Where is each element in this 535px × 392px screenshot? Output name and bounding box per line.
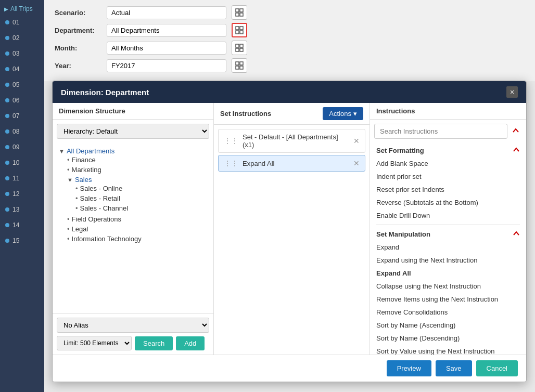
sidebar-dot (5, 161, 9, 165)
month-row: Month: All Months (55, 41, 525, 55)
sidebar-item-09[interactable]: 09 (0, 139, 44, 155)
set-manipulation-item-4[interactable]: Remove Items using the Next Instruction (376, 293, 520, 306)
sidebar-dot (5, 207, 9, 212)
cancel-button[interactable]: Cancel (476, 360, 518, 376)
set-formatting-items: Add Blank SpaceIndent prior setReset pri… (376, 157, 520, 222)
sidebar-item-13[interactable]: 13 (0, 202, 44, 217)
tree-root-all-departments[interactable]: ▼ All Departments (59, 147, 207, 155)
instruction-remove-1[interactable]: ✕ (353, 159, 360, 167)
set-formatting-item-4[interactable]: Enable Drill Down (376, 209, 520, 222)
set-manipulation-collapse-btn[interactable] (513, 230, 520, 239)
tree-leaf-sales-channel[interactable]: Sales - Channel (75, 203, 207, 213)
year-row: Year: FY2017 (55, 58, 525, 73)
sidebar-item-07[interactable]: 07 (0, 108, 44, 124)
tree-leaf-finance[interactable]: Finance (67, 155, 207, 165)
limit-select[interactable]: Limit: 500 Elements (57, 336, 132, 350)
sidebar-item-label: 10 (12, 159, 19, 166)
set-manipulation-item-1[interactable]: Expand using the Next Instruction (376, 254, 520, 267)
tree-leaf-legal[interactable]: Legal (67, 224, 207, 234)
search-button[interactable]: Search (135, 336, 173, 350)
scenario-select[interactable]: Actual (107, 6, 226, 19)
set-manipulation-item-3[interactable]: Collapse using the Next Instruction (376, 280, 520, 293)
department-row: Department: All Departments (55, 23, 525, 37)
instructions-panel: Instructions Set Formatting (370, 103, 526, 355)
sidebar-dot (5, 51, 9, 56)
svg-rect-0 (236, 9, 239, 12)
actions-dropdown-icon: ▾ (353, 110, 357, 117)
tree-sales-label[interactable]: ▼ Sales (67, 176, 207, 184)
sidebar-item-08[interactable]: 08 (0, 124, 44, 139)
search-instructions-input[interactable] (374, 124, 507, 139)
alias-select[interactable]: No Alias (57, 318, 209, 333)
sidebar-item-15[interactable]: 15 (0, 233, 44, 249)
actions-button[interactable]: Actions ▾ (323, 107, 363, 120)
sidebar-item-11[interactable]: 11 (0, 171, 44, 186)
instruction-item-1[interactable]: ⋮⋮ Expand All ✕ (218, 155, 365, 172)
tree-branch-sales: ▼ Sales Sales - Online Sales - Retail Sa… (67, 175, 207, 214)
sidebar-item-06[interactable]: 06 (0, 93, 44, 108)
sidebar-dot (5, 129, 9, 134)
save-button[interactable]: Save (436, 360, 472, 376)
sidebar-item-02[interactable]: 02 (0, 30, 44, 46)
sidebar-item-01[interactable]: 01 (0, 15, 44, 30)
set-manipulation-item-0[interactable]: Expand (376, 241, 520, 254)
sidebar-item-05[interactable]: 05 (0, 77, 44, 93)
tree-root-item: ▼ All Departments Finance Marketing ▼ Sa… (59, 146, 207, 245)
month-icon-btn[interactable] (232, 41, 247, 55)
search-clear-button[interactable] (509, 125, 522, 138)
sidebar-dot (5, 98, 9, 102)
modal-footer: Preview Save Cancel (53, 355, 526, 382)
scenario-row: Scenario: Actual (55, 5, 525, 20)
sidebar-header[interactable]: ▶ All Trips (0, 0, 44, 15)
sidebar-item-label: 05 (12, 81, 19, 88)
modal-header: Dimension: Department × (53, 81, 526, 103)
sidebar-arrow: ▶ (4, 6, 8, 12)
set-manipulation-item-5[interactable]: Remove Consolidations (376, 306, 520, 319)
department-select[interactable]: All Departments (107, 24, 226, 37)
svg-rect-7 (240, 31, 243, 34)
set-manipulation-item-6[interactable]: Sort by Name (Ascending) (376, 319, 520, 332)
svg-rect-6 (236, 31, 239, 34)
year-select[interactable]: FY2017 (107, 59, 226, 72)
preview-button[interactable]: Preview (387, 360, 431, 376)
set-manipulation-item-2[interactable]: Expand All (376, 267, 520, 280)
set-formatting-item-1[interactable]: Indent prior set (376, 170, 520, 183)
dimension-modal: Dimension: Department × Dimension Struct… (52, 81, 527, 382)
instruction-item-0[interactable]: ⋮⋮ Set - Default - [All Departments] (x1… (218, 129, 365, 153)
divider-1 (376, 224, 520, 225)
sales-label-text: Sales (75, 176, 92, 184)
add-button[interactable]: Add (176, 336, 205, 350)
month-select[interactable]: All Months (107, 42, 226, 55)
set-formatting-section-header: Set Formatting (376, 143, 520, 157)
sidebar-item-03[interactable]: 03 (0, 46, 44, 61)
sidebar-item-04[interactable]: 04 (0, 61, 44, 77)
sidebar-item-10[interactable]: 10 (0, 155, 44, 171)
sidebar-item-label: 13 (12, 206, 19, 213)
set-formatting-item-2[interactable]: Reset prior set Indents (376, 183, 520, 196)
year-icon-btn[interactable] (232, 58, 247, 73)
dimension-structure-panel: Dimension Structure Hierarchy: Default ▼… (53, 103, 214, 355)
set-manipulation-item-7[interactable]: Sort by Name (Descending) (376, 332, 520, 345)
set-formatting-collapse-btn[interactable] (513, 146, 520, 155)
hierarchy-select[interactable]: Hierarchy: Default (57, 124, 209, 139)
tree-leaf-field-ops[interactable]: Field Operations (67, 214, 207, 224)
left-sidebar: ▶ All Trips 0102030405060708091011121314… (0, 0, 44, 392)
tree-sales-children: Sales - Online Sales - Retail Sales - Ch… (67, 184, 207, 213)
sidebar-item-14[interactable]: 14 (0, 217, 44, 233)
instruction-remove-0[interactable]: ✕ (353, 137, 360, 145)
tree-leaf-sales-online[interactable]: Sales - Online (75, 184, 207, 193)
tree-leaf-sales-retail[interactable]: Sales - Retail (75, 193, 207, 203)
sidebar-header-label: All Trips (10, 5, 33, 12)
tree-root-label: All Departments (67, 147, 114, 155)
tree-leaf-marketing[interactable]: Marketing (67, 165, 207, 175)
tree-leaf-info-tech[interactable]: Information Technology (67, 234, 207, 244)
sidebar-item-label: 11 (12, 175, 19, 182)
set-formatting-item-3[interactable]: Reverse (Subtotals at the Bottom) (376, 196, 520, 209)
set-formatting-item-0[interactable]: Add Blank Space (376, 157, 520, 170)
department-icon-btn[interactable] (232, 23, 247, 37)
scenario-icon-btn[interactable] (232, 5, 247, 20)
sidebar-item-12[interactable]: 12 (0, 186, 44, 202)
modal-close-button[interactable]: × (506, 86, 518, 98)
set-manipulation-item-8[interactable]: Sort by Value using the Next Instruction (376, 345, 520, 355)
sidebar-item-label: 08 (12, 128, 19, 135)
